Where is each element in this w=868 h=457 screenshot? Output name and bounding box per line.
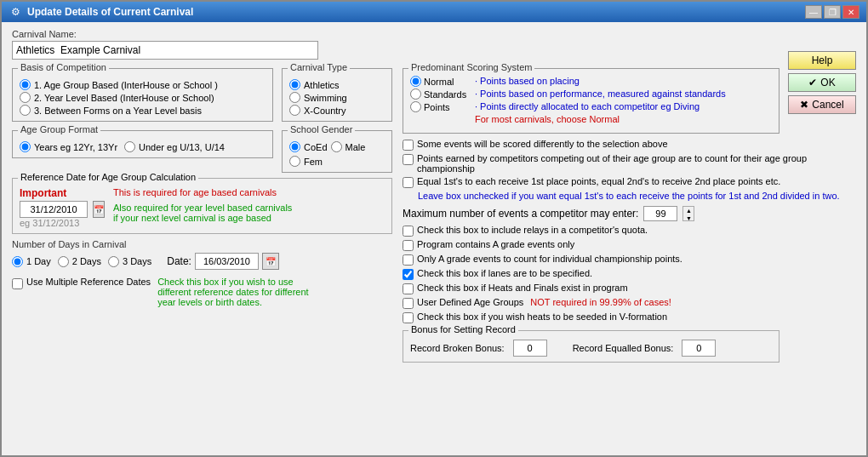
max-events-label: Maximum number of events a competitor ma… bbox=[403, 208, 638, 220]
v-formation-checkbox[interactable] bbox=[403, 312, 414, 323]
type-swimming[interactable]: Swimming bbox=[289, 92, 385, 103]
carnival-type-radio-group: Athletics Swimming X-Country bbox=[289, 79, 385, 116]
type-athletics[interactable]: Athletics bbox=[289, 79, 385, 90]
date-label: Date: bbox=[167, 255, 191, 267]
record-equalled-label: Record Equalled Bonus: bbox=[573, 343, 674, 353]
basis-option-3-label: 3. Between Forms on a Year Level basis bbox=[34, 106, 202, 116]
carnival-date-input[interactable] bbox=[195, 253, 259, 270]
heats-finals-checkbox[interactable] bbox=[403, 283, 414, 294]
days-section-label: Number of Days in Carnival bbox=[12, 239, 392, 249]
relays-checkbox[interactable] bbox=[403, 226, 414, 237]
record-equalled-input[interactable] bbox=[682, 340, 716, 357]
gender-fem[interactable]: Fem bbox=[289, 156, 323, 167]
bonus-row: Record Broken Bonus: Record Equalled Bon… bbox=[410, 340, 772, 357]
heats-finals-row: Check this box if Heats and Finals exist… bbox=[403, 283, 856, 294]
points-out-of-age-checkbox[interactable] bbox=[403, 154, 414, 165]
some-events-checkbox[interactable] bbox=[403, 140, 414, 151]
age-format-under-label: Under eg U/13, U/14 bbox=[139, 142, 225, 152]
equal-firsts-row: Equal 1st's to each receive 1st place po… bbox=[403, 176, 856, 188]
carnival-type-title: Carnival Type bbox=[288, 62, 350, 72]
some-events-row: Some events will be scored differently t… bbox=[403, 139, 856, 151]
days-3[interactable]: 3 Days bbox=[108, 256, 151, 267]
age-group-title: Age Group Format bbox=[18, 124, 100, 134]
scoring-normal-label[interactable]: Normal bbox=[410, 76, 470, 87]
gender-fem-label: Fem bbox=[304, 157, 323, 167]
program-a-grade-checkbox[interactable] bbox=[403, 240, 414, 251]
ref-date-hint: eg 31/12/2013 bbox=[20, 218, 105, 228]
max-events-up[interactable]: ▲ bbox=[683, 207, 694, 214]
age-format-years[interactable]: Years eg 12Yr, 13Yr bbox=[20, 141, 117, 152]
restore-button[interactable]: ❐ bbox=[824, 5, 841, 19]
user-defined-checkbox[interactable] bbox=[403, 298, 414, 309]
type-swimming-label: Swimming bbox=[304, 93, 347, 103]
scoring-system-group: Predominant Scoring System Normal · Poin… bbox=[403, 68, 779, 134]
minimize-button[interactable]: — bbox=[805, 5, 822, 19]
title-bar-buttons: — ❐ ✕ bbox=[805, 5, 859, 19]
scoring-title: Predominant Scoring System bbox=[408, 62, 534, 72]
days-3-label: 3 Days bbox=[123, 256, 151, 266]
days-2[interactable]: 2 Days bbox=[58, 256, 101, 267]
type-athletics-label: Athletics bbox=[304, 80, 340, 90]
bonus-section: Bonus for Setting Record Record Broken B… bbox=[403, 330, 779, 363]
ok-icon: ✔ bbox=[808, 77, 817, 89]
days-row: 1 Day 2 Days 3 Days Date: bbox=[12, 253, 392, 270]
scoring-normal-desc: · Points based on placing bbox=[475, 76, 580, 86]
main-content: Help ✔ OK ✖ Cancel Carnival Name: bbox=[2, 22, 866, 455]
scoring-points-desc: · Points directly allocated to each comp… bbox=[475, 101, 700, 111]
gender-male-label: Male bbox=[345, 142, 366, 152]
basis-option-1[interactable]: 1. Age Group Based (InterHouse or School… bbox=[20, 79, 266, 90]
carnival-date-calendar-button[interactable]: 📅 bbox=[262, 253, 279, 270]
relays-text: Check this box to include relays in a co… bbox=[417, 225, 648, 235]
age-format-years-label: Years eg 12Yr, 13Yr bbox=[34, 142, 117, 152]
reference-date-section: Reference Date for Age Group Calculation… bbox=[12, 178, 392, 234]
points-out-of-age-text: Points earned by competitors competing o… bbox=[417, 153, 856, 174]
gender-male[interactable]: Male bbox=[331, 141, 366, 152]
ref-date-input-row: 📅 bbox=[20, 201, 105, 218]
a-grade-individual-text: Only A grade events to count for individ… bbox=[417, 254, 682, 264]
check-lanes-checkbox[interactable] bbox=[403, 269, 414, 280]
carnival-name-input[interactable] bbox=[12, 41, 318, 60]
type-xcountry[interactable]: X-Country bbox=[289, 105, 385, 116]
basis-radio-group: 1. Age Group Based (InterHouse or School… bbox=[20, 79, 266, 116]
scoring-note: For most carnivals, choose Normal bbox=[475, 114, 772, 124]
scoring-points-label[interactable]: Points bbox=[410, 101, 470, 112]
use-multiple-section: Use Multiple Reference Dates Check this … bbox=[12, 277, 392, 307]
ref-date-input[interactable] bbox=[20, 201, 88, 218]
carnival-name-section: Carnival Name: bbox=[12, 29, 856, 60]
cancel-button[interactable]: ✖ Cancel bbox=[788, 95, 856, 114]
ref-date-calendar-button[interactable]: 📅 bbox=[93, 201, 105, 218]
days-section: Number of Days in Carnival 1 Day 2 Days bbox=[12, 239, 392, 270]
equal-firsts-checkbox[interactable] bbox=[403, 177, 414, 188]
basis-title: Basis of Competition bbox=[18, 62, 109, 72]
carnival-name-label: Carnival Name: bbox=[12, 29, 856, 39]
heats-finals-text: Check this box if Heats and Finals exist… bbox=[417, 283, 628, 293]
a-grade-individual-checkbox[interactable] bbox=[403, 254, 414, 266]
check-lanes-row: Check this box if lanes are to be specif… bbox=[403, 268, 856, 280]
help-button[interactable]: Help bbox=[788, 51, 856, 70]
scoring-standards-label[interactable]: Standards bbox=[410, 89, 470, 100]
age-format-under[interactable]: Under eg U/13, U/14 bbox=[124, 141, 225, 152]
days-2-label: 2 Days bbox=[72, 256, 101, 266]
check-lanes-text: Check this box if lanes are to be specif… bbox=[417, 268, 592, 278]
scoring-points-row: Points · Points directly allocated to ea… bbox=[410, 101, 772, 112]
basis-option-2[interactable]: 2. Year Level Based (InterHouse or Schoo… bbox=[20, 92, 266, 103]
gender-coed[interactable]: CoEd bbox=[289, 141, 328, 152]
use-multiple-checkbox[interactable] bbox=[12, 278, 23, 289]
top-row: Basis of Competition 1. Age Group Based … bbox=[12, 65, 856, 363]
use-multiple-note: Check this box if you wish to use differ… bbox=[157, 277, 328, 307]
basis-option-3[interactable]: 3. Between Forms on a Year Level basis bbox=[20, 105, 266, 116]
date-inline: Date: 📅 bbox=[167, 253, 279, 270]
ok-button[interactable]: ✔ OK bbox=[788, 73, 856, 92]
record-broken-input[interactable] bbox=[513, 340, 547, 357]
max-events-down[interactable]: ▼ bbox=[683, 214, 694, 222]
checkboxes-section: Some events will be scored differently t… bbox=[403, 139, 856, 323]
use-multiple-checkbox-label[interactable]: Use Multiple Reference Dates bbox=[12, 277, 151, 289]
ref-date-note3: if your next level carnival is age based bbox=[113, 213, 385, 223]
max-events-input[interactable] bbox=[643, 206, 677, 221]
type-xcountry-label: X-Country bbox=[304, 106, 346, 116]
days-1[interactable]: 1 Day bbox=[12, 256, 51, 267]
close-button[interactable]: ✕ bbox=[842, 5, 859, 19]
basis-option-2-label: 2. Year Level Based (InterHouse or Schoo… bbox=[34, 93, 214, 103]
ref-date-note1: This is required for age based carnivals bbox=[113, 187, 385, 197]
scoring-normal-row: Normal · Points based on placing bbox=[410, 76, 772, 87]
